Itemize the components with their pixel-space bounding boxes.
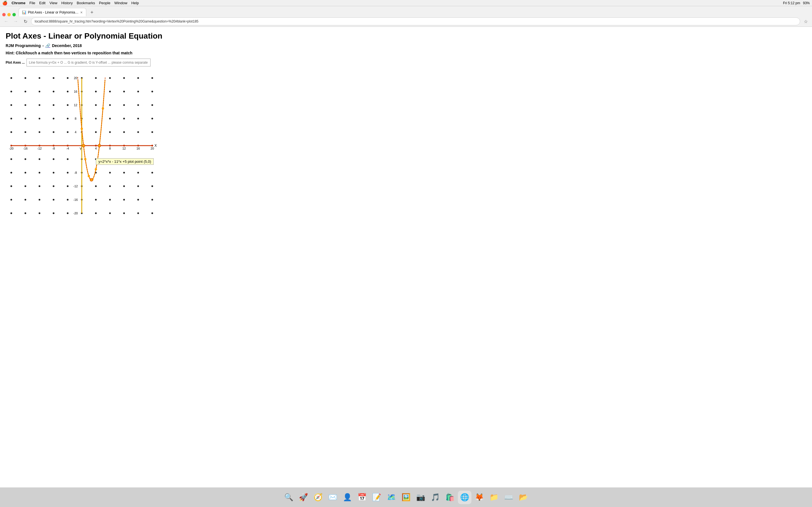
graph-container[interactable]: -20-16-12-8-44812162020161284-8-12-16-20… xyxy=(6,71,158,220)
grid-dot xyxy=(10,104,12,106)
grid-dot xyxy=(109,212,111,214)
x-tick-dot xyxy=(24,145,26,147)
grid-dot xyxy=(151,118,153,119)
bookmark-button[interactable]: ☆ xyxy=(802,17,810,25)
x-tick-label: -8 xyxy=(52,147,55,150)
grid-dot xyxy=(123,77,125,79)
grid-dot xyxy=(24,185,26,187)
grid-dot xyxy=(123,118,125,119)
x-tick-dot xyxy=(109,145,111,147)
menu-bookmarks[interactable]: Bookmarks xyxy=(77,1,95,5)
plot-point[interactable] xyxy=(95,168,97,170)
grid-dot xyxy=(39,91,40,93)
time-display: Fri 5:12 pm xyxy=(783,1,800,5)
menu-bar: 🍎 Chrome File Edit View History Bookmark… xyxy=(0,0,812,6)
link-icon: 🔗 xyxy=(45,43,50,48)
grid-dot xyxy=(10,199,12,201)
plot-point[interactable] xyxy=(84,158,87,160)
hint-text: Hint: Click/touch a match then two verti… xyxy=(6,51,806,55)
grid-dot xyxy=(24,118,26,119)
grid-dot xyxy=(123,91,125,93)
grid-dot xyxy=(53,212,54,214)
grid-dot xyxy=(10,91,12,93)
menu-edit[interactable]: Edit xyxy=(39,1,45,5)
menu-file[interactable]: File xyxy=(29,1,35,5)
grid-dot xyxy=(137,77,139,79)
grid-dot xyxy=(39,118,40,119)
grid-dot xyxy=(67,158,68,160)
vertex-point[interactable] xyxy=(90,179,93,181)
grid-dot xyxy=(53,185,54,187)
grid-dot xyxy=(53,158,54,160)
author-date: December, 2018 xyxy=(52,43,82,48)
author-link[interactable]: 🔗 xyxy=(45,43,50,48)
grid-dot xyxy=(123,212,125,214)
x-tick-dot xyxy=(10,145,12,147)
active-tab[interactable]: 📊 Plot Axes - Linear or Polynomial Equat… xyxy=(18,8,86,16)
grid-dot xyxy=(137,212,139,214)
x-tick-dot xyxy=(151,145,153,147)
grid-dot xyxy=(10,131,12,133)
plot-point[interactable] xyxy=(81,128,83,130)
address-bar[interactable] xyxy=(31,17,800,25)
x-tick-label: -12 xyxy=(37,147,42,150)
grid-dot xyxy=(109,118,111,119)
grid-dot xyxy=(151,158,153,160)
y-tick-label: -8 xyxy=(74,171,77,174)
grid-dot xyxy=(137,91,139,93)
grid-dot xyxy=(109,172,111,173)
plot-point[interactable] xyxy=(88,175,90,177)
new-tab-button[interactable]: + xyxy=(88,8,96,16)
menu-history[interactable]: History xyxy=(61,1,72,5)
window-maximize[interactable] xyxy=(12,13,16,16)
window-minimize[interactable] xyxy=(7,13,11,16)
grid-dot xyxy=(123,131,125,133)
zero-point[interactable] xyxy=(82,144,85,147)
grid-dot xyxy=(10,158,12,160)
y-tick-label: 8 xyxy=(75,117,77,120)
grid-dot xyxy=(67,91,68,93)
grid-dot xyxy=(95,104,97,106)
apple-menu[interactable]: 🍎 xyxy=(2,1,8,6)
menu-window[interactable]: Window xyxy=(114,1,127,5)
x-tick-label: -16 xyxy=(23,147,28,150)
zero-point[interactable] xyxy=(98,144,101,147)
menu-view[interactable]: View xyxy=(49,1,57,5)
tab-close-button[interactable]: × xyxy=(80,10,83,15)
grid-dot xyxy=(67,172,68,173)
plot-point[interactable] xyxy=(102,107,104,110)
back-button[interactable]: ← xyxy=(2,17,10,25)
menu-help[interactable]: Help xyxy=(132,1,139,5)
grid-dot xyxy=(24,104,26,106)
menu-people[interactable]: People xyxy=(99,1,110,5)
author-name: RJM Programming xyxy=(6,43,41,48)
x-tick-dot xyxy=(39,145,40,147)
grid-dot xyxy=(53,91,54,93)
menu-chrome[interactable]: Chrome xyxy=(11,1,26,5)
grid-dot xyxy=(39,172,40,173)
grid-dot xyxy=(109,199,111,201)
grid-dot xyxy=(123,158,125,160)
grid-dot xyxy=(109,131,111,133)
grid-dot xyxy=(123,199,125,201)
plot-input-row: Plot Axes ... xyxy=(6,59,806,66)
window-close[interactable] xyxy=(2,13,6,16)
x-tick-dot xyxy=(123,145,125,147)
grid-dot xyxy=(39,104,40,106)
grid-dot xyxy=(10,212,12,214)
grid-dot xyxy=(53,131,54,133)
nav-bar: ← → ↻ ☆ xyxy=(0,16,812,26)
grid-dot xyxy=(10,77,12,79)
grid-dot xyxy=(67,104,68,106)
y-axis-label: Y xyxy=(80,147,82,151)
grid-dot xyxy=(95,91,97,93)
forward-button[interactable]: → xyxy=(12,17,20,25)
grid-dot xyxy=(67,131,68,133)
plot-input[interactable] xyxy=(27,59,151,66)
grid-dot xyxy=(39,199,40,201)
grid-dot xyxy=(137,185,139,187)
grid-dot xyxy=(53,172,54,173)
grid-dot xyxy=(137,131,139,133)
reload-button[interactable]: ↻ xyxy=(21,17,29,25)
plot-label: Plot Axes ... xyxy=(6,61,25,64)
